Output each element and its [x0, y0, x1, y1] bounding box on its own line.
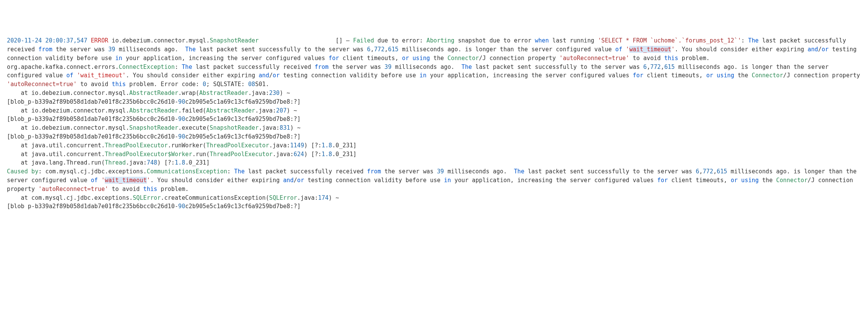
log-text: 2020-11-24 20:00:37,547 ERROR io.debeziu…: [7, 36, 861, 211]
